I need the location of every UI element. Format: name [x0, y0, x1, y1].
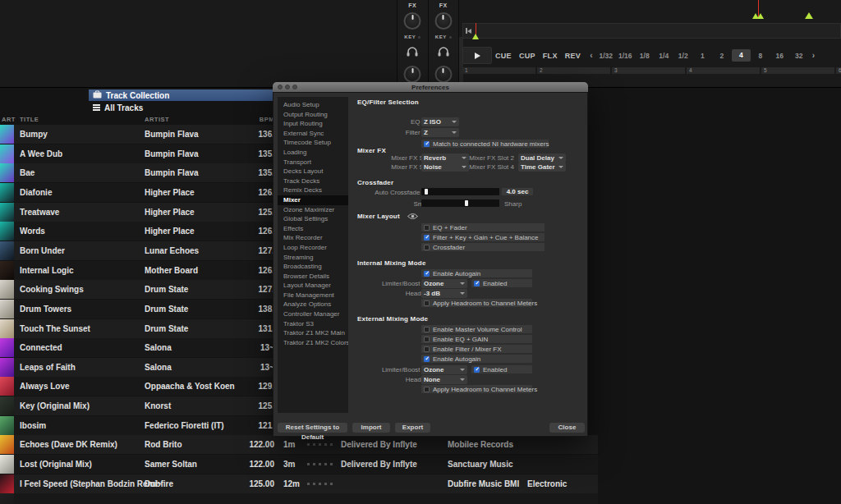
sidebar-item-audio-setup[interactable]: Audio Setup: [278, 100, 348, 110]
sidebar-item-traktor-s3[interactable]: Traktor S3: [278, 319, 348, 329]
internal-limiter-dropdown[interactable]: Ozone: [421, 279, 467, 288]
checkbox[interactable]: [424, 337, 430, 342]
track-row[interactable]: Lost (Original Mix)Samer Soltan122.003mD…: [0, 455, 598, 474]
headphone-cue-icon[interactable]: [437, 46, 450, 61]
external-mixing-option[interactable]: Enable Autogain: [421, 355, 532, 363]
fx-slot2-dropdown[interactable]: Dual Delay: [518, 153, 566, 163]
external-limiter-enabled-option[interactable]: Enabled: [471, 365, 532, 373]
sidebar-item-mix-recorder[interactable]: Mix Recorder: [278, 233, 348, 243]
minimize-window-button[interactable]: [285, 85, 290, 89]
sidebar-item-timecode-setup[interactable]: Timecode Setup: [278, 138, 348, 148]
fx-slot4-dropdown[interactable]: Time Gater: [518, 163, 566, 172]
internal-apply-headroom-option[interactable]: Apply Headroom to Channel Meters: [421, 299, 532, 307]
close-button[interactable]: Close: [549, 423, 585, 433]
internal-enable-autogain-option[interactable]: Enable Autogain: [421, 269, 532, 277]
eq-type-dropdown[interactable]: Z ISO: [421, 117, 459, 126]
import-button[interactable]: Import: [352, 423, 390, 433]
internal-limiter-enabled-option[interactable]: Enabled: [471, 279, 532, 287]
checkbox[interactable]: [474, 281, 480, 286]
transport-button-cup[interactable]: CUP: [519, 52, 535, 60]
column-header-bpm[interactable]: BPM: [232, 116, 274, 123]
play-button[interactable]: [462, 47, 492, 64]
checkbox[interactable]: [424, 346, 430, 352]
column-header-artist[interactable]: ARTIST: [145, 116, 169, 123]
transport-button-cue[interactable]: CUE: [495, 52, 512, 60]
external-mixing-option[interactable]: Enable Master Volume Control: [421, 325, 532, 333]
match-ni-mixers-option[interactable]: Match to connected NI hardware mixers: [421, 140, 549, 148]
checkbox[interactable]: [424, 225, 430, 231]
reset-settings-button[interactable]: Reset Settings to Default: [278, 423, 347, 433]
loop-size-1/2[interactable]: 1/2: [673, 52, 693, 60]
transport-button-flx[interactable]: FLX: [543, 52, 558, 60]
export-button[interactable]: Export: [395, 423, 430, 433]
browser-node-all-tracks[interactable]: All Tracks: [89, 102, 143, 113]
sidebar-item-broadcasting[interactable]: Broadcasting: [278, 262, 348, 272]
sidebar-item-streaming[interactable]: Streaming: [278, 253, 348, 263]
skip-to-start-icon[interactable]: [466, 28, 471, 34]
filter-type-dropdown[interactable]: Z: [421, 128, 459, 137]
checkbox[interactable]: [424, 327, 430, 332]
sidebar-item-traktor-z1-mk2-main[interactable]: Traktor Z1 MK2 Main: [278, 328, 348, 338]
column-header-art[interactable]: ART: [2, 116, 16, 123]
sidebar-item-loop-recorder[interactable]: Loop Recorder: [278, 243, 348, 253]
sharp-label: Sharp: [504, 200, 522, 208]
checkbox[interactable]: [424, 387, 430, 392]
checkbox[interactable]: [424, 235, 430, 241]
checkbox[interactable]: [474, 367, 480, 373]
mixer-layout-option[interactable]: Filter + Key + Gain + Cue + Balance: [421, 233, 545, 241]
auto-crossfade-slider[interactable]: [421, 188, 499, 195]
gain-knob[interactable]: [434, 66, 452, 83]
track-overview-stripe[interactable]: [462, 23, 841, 39]
checkbox[interactable]: [424, 300, 430, 306]
track-row[interactable]: [0, 493, 598, 504]
loop-size-1/16[interactable]: 1/16: [616, 52, 636, 60]
sidebar-item-controller-manager[interactable]: Controller Manager: [278, 309, 348, 319]
checkbox[interactable]: [424, 245, 430, 250]
checkbox[interactable]: [424, 141, 430, 147]
loop-size-4[interactable]: 4: [732, 49, 751, 62]
loop-next-icon[interactable]: ›: [809, 51, 819, 60]
headphone-cue-icon[interactable]: [406, 46, 419, 61]
loop-size-32[interactable]: 32: [789, 52, 809, 60]
loop-size-8[interactable]: 8: [751, 52, 770, 60]
checkbox[interactable]: [424, 271, 430, 277]
fx-amount-knob[interactable]: [434, 12, 452, 30]
section-heading-eq-filter: EQ/Filter Selection: [357, 99, 419, 106]
sidebar-item-effects[interactable]: Effects: [278, 224, 348, 234]
browser-node-track-collection[interactable]: Track Collection: [89, 89, 279, 101]
gain-knob[interactable]: [404, 66, 421, 83]
track-row[interactable]: Echoes (Dave DK Remix)Rod Brito122.001mD…: [0, 435, 598, 454]
external-mixing-option[interactable]: Enable EQ + GAIN: [421, 335, 532, 343]
loop-size-1/4[interactable]: 1/4: [655, 52, 674, 60]
dialog-titlebar[interactable]: Preferences: [273, 82, 588, 92]
loop-size-16[interactable]: 16: [770, 52, 790, 60]
crossfader-curve-slider[interactable]: [421, 199, 499, 207]
sidebar-item-global-settings[interactable]: Global Settings: [278, 214, 348, 224]
sidebar-item-traktor-z1-mk2-colors[interactable]: Traktor Z1 MK2 Colors: [278, 338, 348, 348]
loop-size-1[interactable]: 1: [693, 52, 713, 60]
external-headroom-dropdown[interactable]: None: [421, 375, 467, 384]
column-header-title[interactable]: TITLE: [20, 116, 39, 123]
track-title: Always Love: [20, 377, 70, 396]
mixer-layout-option[interactable]: EQ + Fader: [421, 223, 545, 231]
external-mixing-option[interactable]: Enable Filter / Mixer FX: [421, 345, 532, 353]
external-apply-headroom-option[interactable]: Apply Headroom to Channel Meters: [421, 385, 532, 393]
track-row[interactable]: I Feel Speed (Stephan Bodzin Remi~Dubfir…: [0, 474, 598, 493]
loop-size-1/32[interactable]: 1/32: [596, 52, 616, 60]
sidebar-item-analyze-options[interactable]: Analyze Options: [278, 300, 348, 309]
internal-headroom-dropdown[interactable]: -3 dB: [421, 289, 467, 298]
checkbox[interactable]: [424, 356, 430, 362]
mixer-layout-option[interactable]: Crossfader: [421, 243, 545, 251]
fx-amount-knob[interactable]: [404, 12, 421, 30]
track-bpm: 13~: [232, 338, 274, 357]
zoom-window-button[interactable]: [292, 85, 297, 89]
external-limiter-dropdown[interactable]: Ozone: [421, 365, 467, 374]
close-window-button[interactable]: [278, 85, 283, 89]
track-time: 3m: [283, 455, 295, 474]
loop-prev-icon[interactable]: ‹: [586, 51, 596, 60]
sidebar-item-track-decks[interactable]: Track Decks: [278, 176, 348, 186]
loop-size-1/8[interactable]: 1/8: [635, 52, 655, 60]
loop-size-2[interactable]: 2: [712, 52, 732, 60]
rating-dot-icon: [324, 443, 327, 446]
transport-button-rev[interactable]: REV: [565, 52, 581, 60]
